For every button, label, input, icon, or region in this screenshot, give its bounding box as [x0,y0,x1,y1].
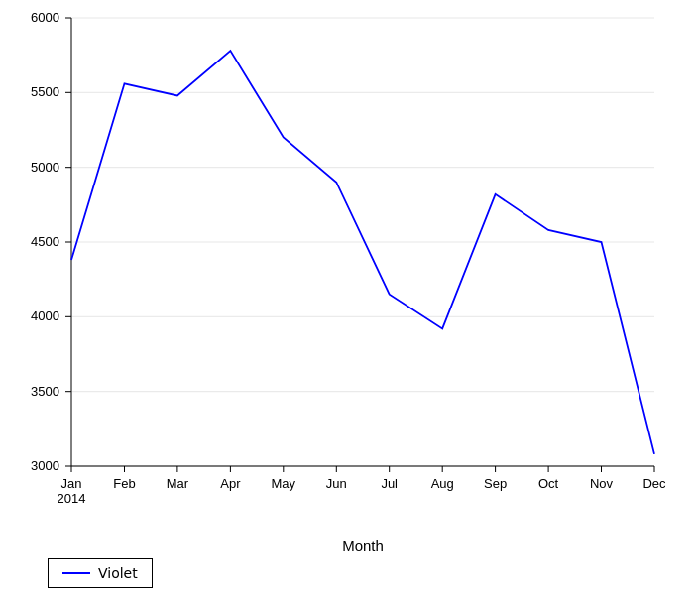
line-chart: 3000 3500 4000 4500 5000 5500 6000 Jan 2… [0,0,697,616]
violet-series [71,51,654,454]
x-tick-oct: Oct [538,476,559,491]
y-tick-5000: 5000 [31,160,59,175]
y-tick-4500: 4500 [31,234,59,249]
legend-line-violet [62,572,90,574]
y-tick-6000: 6000 [31,10,59,25]
y-tick-3000: 3000 [31,458,59,473]
x-tick-may: May [272,476,296,491]
y-tick-4000: 4000 [31,308,59,323]
x-axis-label: Month [342,537,384,554]
x-tick-dec: Dec [642,476,666,491]
x-tick-sep: Sep [484,476,507,491]
x-tick-nov: Nov [590,476,614,491]
x-tick-apr: Apr [220,476,241,491]
legend-label-violet: Violet [98,565,138,581]
x-tick-mar: Mar [167,476,189,491]
x-tick-aug: Aug [431,476,454,491]
y-tick-3500: 3500 [31,384,59,399]
x-tick-2014: 2014 [58,491,86,506]
y-tick-5500: 5500 [31,84,59,99]
x-tick-jul: Jul [381,476,398,491]
chart-container: 3000 3500 4000 4500 5000 5500 6000 Jan 2… [0,0,697,616]
x-tick-jun: Jun [326,476,347,491]
legend-box: Violet [48,558,153,588]
x-tick-feb: Feb [113,476,135,491]
x-tick-jan: Jan [61,476,82,491]
